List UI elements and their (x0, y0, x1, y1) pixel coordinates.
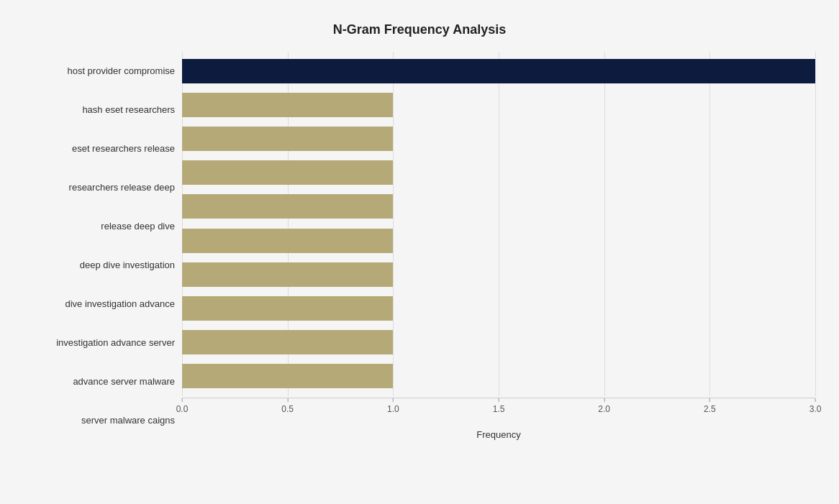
y-label: hash eset researchers (24, 91, 175, 129)
bar-row (182, 191, 815, 221)
bar-row (182, 90, 815, 120)
bar (182, 194, 393, 219)
bar-row (182, 293, 815, 324)
x-axis-title: Frequency (182, 429, 815, 440)
chart-container: N-Gram Frequency Analysis host provider … (9, 8, 830, 497)
x-tick-line (604, 398, 604, 402)
bar-row (182, 327, 815, 357)
bar (182, 262, 393, 287)
bar (182, 59, 815, 83)
grid-line (815, 52, 816, 396)
bar (182, 229, 393, 253)
x-tick: 0.0 (176, 398, 189, 414)
bar-row (182, 56, 815, 86)
bar-row (182, 124, 815, 154)
y-label: dive investigation advance (24, 285, 175, 323)
bars-panel (182, 52, 815, 396)
y-label: advance server malware (24, 363, 175, 400)
y-label: investigation advance server (24, 324, 175, 362)
y-label: deep dive investigation (24, 247, 175, 284)
y-label: server malware caigns (24, 402, 175, 439)
y-axis-labels: host provider compromisehash eset resear… (24, 52, 182, 440)
y-label: host provider compromise (24, 52, 175, 90)
bar-row (182, 260, 815, 290)
x-tick-label: 2.5 (704, 404, 716, 414)
x-tick-label: 1.0 (387, 404, 399, 414)
x-tick: 1.0 (387, 398, 399, 414)
x-tick-label: 0.0 (176, 404, 189, 414)
bars-and-xaxis: 0.00.51.01.52.02.53.0 Frequency (182, 52, 815, 440)
x-tick-line (499, 398, 499, 402)
x-tick-line (815, 398, 816, 402)
x-tick-line (287, 398, 288, 402)
x-tick-line (182, 398, 183, 402)
x-tick-line (709, 398, 710, 402)
y-label: researchers release deep (24, 169, 175, 206)
x-axis: 0.00.51.01.52.02.53.0 (182, 398, 815, 426)
x-tick-label: 0.5 (281, 404, 294, 414)
x-tick-label: 1.5 (493, 404, 505, 414)
chart-area: host provider compromisehash eset resear… (24, 52, 815, 440)
x-tick: 3.0 (809, 398, 822, 414)
bar (182, 127, 393, 151)
x-tick: 2.5 (704, 398, 716, 414)
bar (182, 296, 393, 321)
bar-row (182, 226, 815, 256)
x-tick: 0.5 (281, 398, 294, 414)
bar-row (182, 157, 815, 188)
bar (182, 93, 393, 117)
bar (182, 330, 393, 354)
x-tick: 1.5 (493, 398, 505, 414)
bar-row (182, 361, 815, 391)
bar (182, 160, 393, 185)
bar (182, 364, 393, 388)
x-tick-label: 3.0 (809, 404, 822, 414)
chart-title: N-Gram Frequency Analysis (24, 22, 815, 37)
x-tick-line (393, 398, 394, 402)
y-label: eset researchers release (24, 130, 175, 168)
x-tick-label: 2.0 (598, 404, 610, 414)
y-label: release deep dive (24, 208, 175, 245)
x-tick: 2.0 (598, 398, 610, 414)
